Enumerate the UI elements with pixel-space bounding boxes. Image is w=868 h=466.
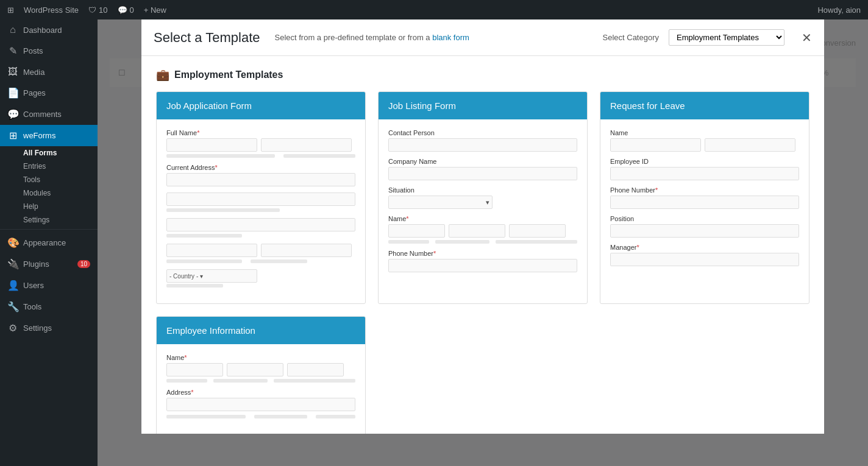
field-line <box>283 154 355 158</box>
field-current-address: Current Address* <box>166 164 355 186</box>
comments-item[interactable]: 💬 0 <box>118 5 134 15</box>
sidebar-label: Dashboard <box>23 26 62 35</box>
sidebar-sub-entries[interactable]: Entries <box>0 160 98 173</box>
section-icon: 💼 <box>156 68 169 82</box>
sidebar-item-tools[interactable]: 🔧 Tools <box>0 296 98 317</box>
modal-close-button[interactable]: ✕ <box>802 32 812 44</box>
section-header: 💼 Employment Templates <box>156 68 809 82</box>
template-card-job-application[interactable]: Job Application Form Full Name* <box>156 91 366 304</box>
field-labels <box>166 414 355 418</box>
sidebar-item-posts[interactable]: ✎ Posts <box>0 40 98 62</box>
card-body-job-listing: Contact Person Company Name Situation ▾ <box>379 119 587 290</box>
field-contact-person: Contact Person <box>388 129 577 152</box>
field-label: Position <box>610 215 799 222</box>
sidebar-label: Settings <box>23 323 52 333</box>
sidebar-sub-settings[interactable]: Settings <box>0 213 98 227</box>
settings-icon: ⚙ <box>7 322 18 334</box>
dashboard-icon: ⌂ <box>7 24 18 35</box>
plugins-badge: 10 <box>77 260 90 268</box>
field-name: Name* <box>388 215 577 244</box>
field-line <box>213 379 268 383</box>
template-card-request-leave[interactable]: Request for Leave Name <box>600 91 809 304</box>
field-input <box>166 218 355 231</box>
field-address-row3 <box>166 218 355 238</box>
field-inputs <box>388 224 577 238</box>
sidebar-item-settings[interactable]: ⚙ Settings <box>0 317 98 339</box>
sidebar-item-dashboard[interactable]: ⌂ Dashboard <box>0 19 98 40</box>
media-icon: 🖼 <box>7 66 18 77</box>
sidebar-sub-modules[interactable]: Modules <box>0 186 98 200</box>
weforms-icon: ⊞ <box>7 130 18 141</box>
field-label: Company Name <box>388 158 577 165</box>
sidebar-sub-tools[interactable]: Tools <box>0 173 98 186</box>
field-label: Phone Number* <box>388 250 577 257</box>
updates-item[interactable]: 🛡 10 <box>88 5 107 15</box>
field-line <box>388 240 429 244</box>
category-label: Select Category <box>603 33 660 42</box>
field-address-line2 <box>166 192 355 212</box>
field-label: Employee ID <box>610 158 799 165</box>
field-situation: Situation ▾ <box>388 186 577 209</box>
field-label: Name* <box>166 354 355 361</box>
sidebar-label: Comments <box>23 110 62 119</box>
sidebar-label: Media <box>23 68 44 77</box>
modal-title: Select a Template <box>154 30 260 46</box>
sidebar-item-weforms[interactable]: ⊞ weForms <box>0 125 98 146</box>
tools-icon: 🔧 <box>7 301 18 312</box>
sidebar-label: Tools <box>23 302 41 311</box>
field-label: Current Address* <box>166 164 355 171</box>
field-line <box>166 259 242 263</box>
sidebar-item-media[interactable]: 🖼 Media <box>0 62 98 82</box>
field-input <box>166 398 355 411</box>
comments-icon: 💬 <box>7 108 18 120</box>
field-line <box>496 240 577 244</box>
template-card-employee-info[interactable]: Employee Information Name* <box>156 316 366 434</box>
field-input <box>287 363 344 376</box>
template-grid-row2: Employee Information Name* <box>156 316 809 434</box>
field-input <box>227 363 283 376</box>
sidebar-item-appearance[interactable]: 🎨 Appearance <box>0 232 98 253</box>
sidebar-item-plugins[interactable]: 🔌 Plugins 10 <box>0 253 98 275</box>
blank-form-link[interactable]: blank form <box>432 33 469 42</box>
field-labels-row <box>166 258 355 263</box>
field-label: Phone Number* <box>610 186 799 194</box>
field-labels <box>166 378 355 383</box>
field-full-name: Full Name* <box>166 129 355 158</box>
card-header-request-leave: Request for Leave <box>600 92 809 119</box>
situation-select: ▾ <box>388 196 493 209</box>
field-labels-row <box>166 153 355 158</box>
field-label: Name <box>610 129 799 136</box>
posts-icon: ✎ <box>7 45 18 57</box>
field-label: Full Name* <box>166 129 355 136</box>
modal-body[interactable]: 💼 Employment Templates Job Application F… <box>141 56 824 434</box>
country-select: - Country - ▾ <box>166 269 257 283</box>
field-label: Name* <box>388 215 577 222</box>
sidebar-item-pages[interactable]: 📄 Pages <box>0 82 98 104</box>
wp-logo[interactable]: ⊞ <box>7 5 14 15</box>
template-card-job-listing[interactable]: Job Listing Form Contact Person Company … <box>378 91 588 304</box>
field-address: Address* <box>166 389 355 418</box>
category-select[interactable]: Employment Templates <box>669 29 784 46</box>
card-header-job-listing: Job Listing Form <box>379 92 587 119</box>
appearance-icon: 🎨 <box>7 237 18 249</box>
sidebar-item-users[interactable]: 👤 Users <box>0 275 98 296</box>
new-item[interactable]: + New <box>144 5 166 15</box>
field-line <box>435 240 489 244</box>
field-input <box>261 244 352 257</box>
sidebar-sub-help[interactable]: Help <box>0 200 98 213</box>
field-inputs <box>610 138 799 152</box>
modal-subtitle: Select from a pre-defined template or fr… <box>274 33 469 42</box>
field-input <box>166 244 257 257</box>
sidebar-label: Users <box>23 281 44 290</box>
field-line <box>166 284 223 288</box>
field-inputs <box>166 138 355 152</box>
field-inputs <box>166 244 355 257</box>
sidebar-sub-all-forms[interactable]: All Forms <box>0 146 98 160</box>
field-input <box>610 253 799 266</box>
sidebar-item-comments[interactable]: 💬 Comments <box>0 104 98 125</box>
site-name[interactable]: WordPress Site <box>24 5 79 15</box>
card-header-employee-info: Employee Information <box>157 317 365 344</box>
field-input <box>166 192 355 206</box>
field-input <box>166 138 257 152</box>
field-name: Name <box>610 129 799 152</box>
